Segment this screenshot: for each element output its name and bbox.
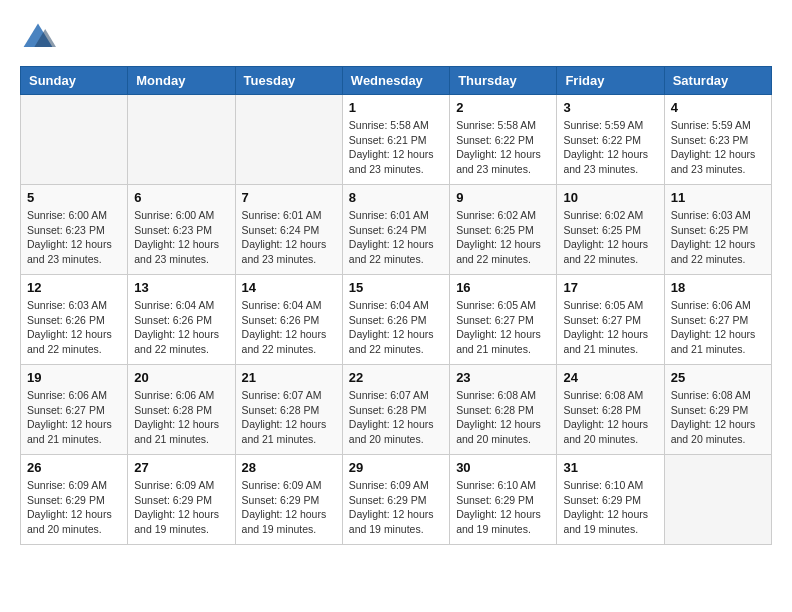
day-info: Sunrise: 6:02 AMSunset: 6:25 PMDaylight:… [456,208,550,267]
day-info: Sunrise: 6:04 AMSunset: 6:26 PMDaylight:… [242,298,336,357]
day-info: Sunrise: 6:05 AMSunset: 6:27 PMDaylight:… [456,298,550,357]
calendar-cell: 10Sunrise: 6:02 AMSunset: 6:25 PMDayligh… [557,185,664,275]
calendar-cell: 14Sunrise: 6:04 AMSunset: 6:26 PMDayligh… [235,275,342,365]
day-number: 15 [349,280,443,295]
day-info: Sunrise: 6:09 AMSunset: 6:29 PMDaylight:… [134,478,228,537]
calendar-cell: 18Sunrise: 6:06 AMSunset: 6:27 PMDayligh… [664,275,771,365]
day-number: 21 [242,370,336,385]
day-number: 31 [563,460,657,475]
day-info: Sunrise: 6:09 AMSunset: 6:29 PMDaylight:… [242,478,336,537]
calendar-cell: 7Sunrise: 6:01 AMSunset: 6:24 PMDaylight… [235,185,342,275]
calendar-cell: 30Sunrise: 6:10 AMSunset: 6:29 PMDayligh… [450,455,557,545]
day-number: 26 [27,460,121,475]
day-info: Sunrise: 6:02 AMSunset: 6:25 PMDaylight:… [563,208,657,267]
day-info: Sunrise: 6:09 AMSunset: 6:29 PMDaylight:… [349,478,443,537]
calendar-cell: 20Sunrise: 6:06 AMSunset: 6:28 PMDayligh… [128,365,235,455]
day-number: 27 [134,460,228,475]
day-info: Sunrise: 5:58 AMSunset: 6:21 PMDaylight:… [349,118,443,177]
weekday-header-row: SundayMondayTuesdayWednesdayThursdayFrid… [21,67,772,95]
day-info: Sunrise: 6:01 AMSunset: 6:24 PMDaylight:… [349,208,443,267]
logo [20,20,62,56]
calendar-cell: 21Sunrise: 6:07 AMSunset: 6:28 PMDayligh… [235,365,342,455]
day-number: 22 [349,370,443,385]
day-info: Sunrise: 6:06 AMSunset: 6:27 PMDaylight:… [27,388,121,447]
calendar-cell: 2Sunrise: 5:58 AMSunset: 6:22 PMDaylight… [450,95,557,185]
day-info: Sunrise: 6:04 AMSunset: 6:26 PMDaylight:… [134,298,228,357]
day-number: 23 [456,370,550,385]
calendar-cell: 17Sunrise: 6:05 AMSunset: 6:27 PMDayligh… [557,275,664,365]
day-number: 8 [349,190,443,205]
day-info: Sunrise: 6:04 AMSunset: 6:26 PMDaylight:… [349,298,443,357]
day-info: Sunrise: 6:06 AMSunset: 6:28 PMDaylight:… [134,388,228,447]
day-info: Sunrise: 5:59 AMSunset: 6:22 PMDaylight:… [563,118,657,177]
calendar-cell: 16Sunrise: 6:05 AMSunset: 6:27 PMDayligh… [450,275,557,365]
calendar-cell: 8Sunrise: 6:01 AMSunset: 6:24 PMDaylight… [342,185,449,275]
weekday-header-thursday: Thursday [450,67,557,95]
day-number: 29 [349,460,443,475]
weekday-header-sunday: Sunday [21,67,128,95]
day-number: 14 [242,280,336,295]
day-number: 9 [456,190,550,205]
day-number: 20 [134,370,228,385]
day-info: Sunrise: 6:01 AMSunset: 6:24 PMDaylight:… [242,208,336,267]
calendar-cell: 28Sunrise: 6:09 AMSunset: 6:29 PMDayligh… [235,455,342,545]
week-row-4: 19Sunrise: 6:06 AMSunset: 6:27 PMDayligh… [21,365,772,455]
calendar-cell: 22Sunrise: 6:07 AMSunset: 6:28 PMDayligh… [342,365,449,455]
calendar-cell: 1Sunrise: 5:58 AMSunset: 6:21 PMDaylight… [342,95,449,185]
week-row-3: 12Sunrise: 6:03 AMSunset: 6:26 PMDayligh… [21,275,772,365]
day-number: 4 [671,100,765,115]
day-number: 17 [563,280,657,295]
weekday-header-friday: Friday [557,67,664,95]
page-header [20,20,772,56]
calendar-cell: 29Sunrise: 6:09 AMSunset: 6:29 PMDayligh… [342,455,449,545]
day-number: 6 [134,190,228,205]
calendar-cell: 3Sunrise: 5:59 AMSunset: 6:22 PMDaylight… [557,95,664,185]
calendar-cell: 4Sunrise: 5:59 AMSunset: 6:23 PMDaylight… [664,95,771,185]
calendar-cell [235,95,342,185]
calendar-cell: 24Sunrise: 6:08 AMSunset: 6:28 PMDayligh… [557,365,664,455]
day-info: Sunrise: 6:05 AMSunset: 6:27 PMDaylight:… [563,298,657,357]
calendar-cell: 11Sunrise: 6:03 AMSunset: 6:25 PMDayligh… [664,185,771,275]
weekday-header-wednesday: Wednesday [342,67,449,95]
day-number: 1 [349,100,443,115]
day-number: 19 [27,370,121,385]
calendar-cell: 19Sunrise: 6:06 AMSunset: 6:27 PMDayligh… [21,365,128,455]
calendar-cell [664,455,771,545]
logo-icon [20,20,56,56]
day-number: 12 [27,280,121,295]
day-number: 7 [242,190,336,205]
calendar-cell [21,95,128,185]
day-number: 13 [134,280,228,295]
week-row-2: 5Sunrise: 6:00 AMSunset: 6:23 PMDaylight… [21,185,772,275]
calendar-cell [128,95,235,185]
calendar-cell: 25Sunrise: 6:08 AMSunset: 6:29 PMDayligh… [664,365,771,455]
day-number: 30 [456,460,550,475]
day-info: Sunrise: 6:08 AMSunset: 6:28 PMDaylight:… [456,388,550,447]
calendar-table: SundayMondayTuesdayWednesdayThursdayFrid… [20,66,772,545]
day-number: 3 [563,100,657,115]
day-number: 24 [563,370,657,385]
day-info: Sunrise: 5:59 AMSunset: 6:23 PMDaylight:… [671,118,765,177]
day-number: 2 [456,100,550,115]
calendar-cell: 23Sunrise: 6:08 AMSunset: 6:28 PMDayligh… [450,365,557,455]
calendar-cell: 6Sunrise: 6:00 AMSunset: 6:23 PMDaylight… [128,185,235,275]
calendar-cell: 12Sunrise: 6:03 AMSunset: 6:26 PMDayligh… [21,275,128,365]
day-info: Sunrise: 6:08 AMSunset: 6:28 PMDaylight:… [563,388,657,447]
week-row-1: 1Sunrise: 5:58 AMSunset: 6:21 PMDaylight… [21,95,772,185]
weekday-header-saturday: Saturday [664,67,771,95]
day-info: Sunrise: 6:07 AMSunset: 6:28 PMDaylight:… [349,388,443,447]
day-info: Sunrise: 6:07 AMSunset: 6:28 PMDaylight:… [242,388,336,447]
day-info: Sunrise: 6:08 AMSunset: 6:29 PMDaylight:… [671,388,765,447]
day-info: Sunrise: 6:06 AMSunset: 6:27 PMDaylight:… [671,298,765,357]
day-number: 18 [671,280,765,295]
day-info: Sunrise: 6:00 AMSunset: 6:23 PMDaylight:… [134,208,228,267]
weekday-header-monday: Monday [128,67,235,95]
day-number: 11 [671,190,765,205]
calendar-cell: 15Sunrise: 6:04 AMSunset: 6:26 PMDayligh… [342,275,449,365]
day-info: Sunrise: 5:58 AMSunset: 6:22 PMDaylight:… [456,118,550,177]
week-row-5: 26Sunrise: 6:09 AMSunset: 6:29 PMDayligh… [21,455,772,545]
day-info: Sunrise: 6:00 AMSunset: 6:23 PMDaylight:… [27,208,121,267]
calendar-cell: 5Sunrise: 6:00 AMSunset: 6:23 PMDaylight… [21,185,128,275]
day-number: 5 [27,190,121,205]
weekday-header-tuesday: Tuesday [235,67,342,95]
